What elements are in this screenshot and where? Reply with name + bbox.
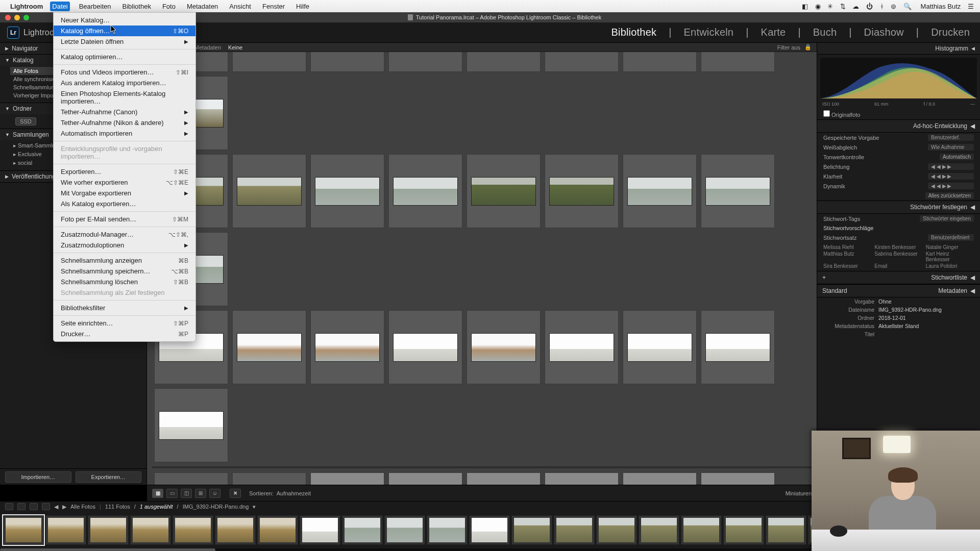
keyword-suggestion[interactable]: Melissa Riehl [823,244,871,250]
exposure-stepper[interactable]: ◀ ◀ ▶ ▶ [928,163,974,170]
metadata-header[interactable]: StandardMetadaten◀ [817,284,980,297]
menu-item[interactable]: Bibliotheksfilter▶ [54,303,195,313]
grid-cell[interactable] [310,154,384,228]
module-diashow[interactable]: Diashow [864,27,904,38]
grid-cell[interactable] [388,154,462,228]
grid-cell[interactable] [545,310,619,384]
menu-item[interactable]: Tether-Aufnahme (Nikon & andere)▶ [54,117,195,128]
grid-cell[interactable] [467,154,541,228]
tray-icon[interactable]: ⏻ [866,3,873,10]
grid-cell[interactable] [623,310,697,384]
grid-cell[interactable] [388,310,462,384]
module-bibliothek[interactable]: Bibliothek [611,27,656,38]
histogram-header[interactable]: Histogramm◀ [817,43,980,55]
grid-cell[interactable] [701,52,775,72]
filmstrip-cell[interactable] [342,515,383,545]
menu-item[interactable]: Zusatzmoduloptionen▶ [54,240,195,251]
meta-value[interactable]: IMG_9392-HDR-Pano.dng [878,307,942,313]
menu-item[interactable]: Drucker…⌘P [54,329,195,339]
nav-back-icon[interactable]: ◀ [54,504,58,510]
grid-cell[interactable] [623,154,697,228]
filmstrip-cell[interactable] [469,515,510,545]
filmstrip-cell[interactable] [511,515,552,545]
tray-icon[interactable]: ◉ [815,3,821,10]
module-karte[interactable]: Karte [761,27,786,38]
nav-fwd-icon[interactable]: ▶ [62,504,66,510]
second-monitor-1[interactable] [5,503,13,510]
filmstrip-cell[interactable] [384,515,425,545]
grid-cell[interactable] [232,310,306,384]
filmstrip-cell[interactable] [427,515,468,545]
dropdown-icon[interactable]: ▾ [253,504,256,510]
menu-ansicht[interactable]: Ansicht [227,2,253,11]
sort-value[interactable]: Aufnahmezeit [277,490,311,496]
grid-cell[interactable] [310,310,384,384]
menu-item[interactable]: Als Katalog exportieren… [54,198,195,209]
grid-cell[interactable] [701,472,775,485]
close-icon[interactable] [5,15,11,20]
compare-view-button[interactable]: ◫ [181,489,192,498]
filmstrip-cell[interactable] [681,515,722,545]
keywordlist-header[interactable]: +Stichwortliste◀ [817,271,980,284]
wb-value[interactable]: Wie Aufnahme [928,144,974,151]
grid-cell[interactable] [467,310,541,384]
grid-cell[interactable] [467,472,541,485]
filmstrip-cell[interactable] [215,515,256,545]
menu-item[interactable]: Schnellsammlung anzeigen⌘B [54,255,195,266]
filter-preset-label[interactable]: Filter aus [777,44,800,51]
filmstrip-cell[interactable] [173,515,213,545]
filmstrip-cell[interactable] [766,515,806,545]
menu-datei[interactable]: Datei [50,2,69,11]
menu-item[interactable]: Exportieren…⇧⌘E [54,166,195,177]
bluetooth-icon[interactable]: ᚼ [880,3,884,10]
menu-item[interactable]: Foto per E-Mail senden…⇧⌘M [54,214,195,224]
menu-icon[interactable]: ☰ [968,3,974,10]
tray-icon[interactable]: ⇅ [840,3,846,10]
grid-cell[interactable] [623,52,697,72]
original-checkbox[interactable]: Originalfoto [823,110,860,118]
meta-value[interactable]: Aktuellster Stand [878,323,919,329]
grid-cell[interactable] [545,472,619,485]
vibrance-stepper[interactable]: ◀ ◀ ▶ ▶ [928,183,974,189]
filmstrip-cell[interactable] [300,515,340,545]
filter-tab-metadaten[interactable]: Metadaten [194,44,221,51]
keyword-suggestion[interactable]: Natalie Ginger [926,244,974,250]
grid-cell[interactable] [310,472,384,485]
menu-item[interactable]: Aus anderem Katalog importieren… [54,78,195,88]
keyword-suggestion[interactable]: Karl Heinz Benkesser [926,251,974,262]
filmstrip-cell[interactable] [554,515,595,545]
grid-cell[interactable] [545,52,619,72]
meta-value[interactable]: 2018-12-01 [878,315,906,321]
zoom-icon[interactable] [23,15,29,20]
menu-item[interactable]: Schnellsammlung speichern…⌥⌘B [54,266,195,277]
app-name[interactable]: Lightroom [10,3,43,10]
keyword-set-value[interactable]: Benutzerdefiniert [928,234,974,241]
grid-cell[interactable] [154,388,228,462]
menu-foto[interactable]: Foto [160,2,178,11]
grid-cell[interactable] [701,154,775,228]
menu-fenster[interactable]: Fenster [260,2,287,11]
menu-hilfe[interactable]: Hilfe [294,2,311,11]
menu-item[interactable]: Katalog optimieren… [54,52,195,62]
menu-item[interactable]: Letzte Dateien öffnen▶ [54,36,195,47]
keyword-suggestion[interactable]: Sabrina Benkesser [874,251,922,262]
grid-cell[interactable] [232,154,306,228]
menu-metadaten[interactable]: Metadaten [185,2,220,11]
menu-item[interactable]: Seite einrichten…⇧⌘P [54,318,195,329]
meta-value[interactable]: Ohne [878,298,892,305]
grid-cell[interactable] [701,310,775,384]
menu-item[interactable]: Einen Photoshop Elements-Katalog importi… [54,88,195,107]
grid-cell[interactable] [232,472,306,485]
filmstrip-cell[interactable] [257,515,298,545]
filmstrip-cell[interactable] [639,515,679,545]
keyword-suggestion[interactable]: Matthias Butz [823,251,871,262]
grid-cell[interactable] [154,472,228,485]
filmstrip-cell[interactable] [88,515,129,545]
lock-icon[interactable]: 🔒 [804,44,812,51]
menu-bibliothek[interactable]: Bibliothek [120,2,153,11]
filter-tab-keine[interactable]: Keine [228,44,242,51]
keyword-tags-input[interactable]: Stichwörter eingeben [920,215,974,222]
minimize-icon[interactable] [14,15,20,20]
spotlight-icon[interactable]: 🔍 [903,3,912,10]
grid-cell[interactable] [388,52,462,72]
